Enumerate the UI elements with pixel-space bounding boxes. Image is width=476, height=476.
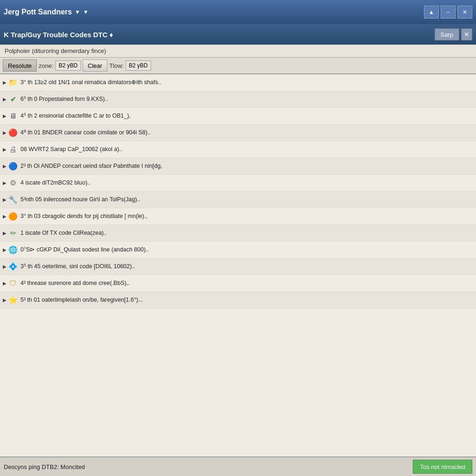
list-item-text: 4 iscate diT2mBC92 bluo).. xyxy=(20,179,473,186)
zone-value: B2 yBD xyxy=(55,60,81,71)
list-item[interactable]: ▶🔵2³ th Oi ANDEP concart ueind sfaor Pab… xyxy=(0,158,476,175)
pencil-icon: ✏ xyxy=(8,229,18,238)
status-right-button[interactable]: Tos not nimacled xyxy=(413,460,472,474)
list-item[interactable]: ▶🟠3° th 03 cbragolic dends for pij chist… xyxy=(0,208,476,225)
list-item-text: 3° th 03 cbragolic dends for pij chistli… xyxy=(20,212,473,220)
list-item-text: 2³ th Oi ANDEP concart ueind sfaor Pabnt… xyxy=(20,162,473,170)
list-item[interactable]: ▶✔6⁵ th 0 Propestained forn 9.KXS).. xyxy=(0,91,476,108)
expand-arrow-icon[interactable]: ▶ xyxy=(3,130,7,135)
title-bar-controls: ▲ – ✕ xyxy=(424,6,472,19)
check-icon: ✔ xyxy=(8,95,18,104)
expand-arrow-icon[interactable]: ▶ xyxy=(3,247,7,252)
monitor-icon: 🖥 xyxy=(8,112,18,121)
list-item-text: 5³nth 05 inilercosed houre Gir\l an TolP… xyxy=(20,196,473,203)
flow-label: Tlow: xyxy=(109,62,124,69)
list-item[interactable]: ▶🖨08 WVRT2 Sarap CaP_10062 (akol a).. xyxy=(0,141,476,158)
list-item-text: 08 WVRT2 Sarap CaP_10062 (akol a).. xyxy=(20,145,473,153)
toolbar: Resolute zone: B2 yBD Clear Tlow: B2 yBD xyxy=(0,58,476,74)
list-item[interactable]: ▶🖥4⁵ th 2 ensinorial cbactefilte C ar to… xyxy=(0,108,476,125)
list-item[interactable]: ▶⚙4 iscate diT2mBC92 bluo).. xyxy=(0,175,476,192)
list-item[interactable]: ▶🛡4² threase surenore atd dome cree(.BbS… xyxy=(0,275,476,292)
list-item[interactable]: ▶📁3° th 13≥2 old 1N/1 onal nimatica diml… xyxy=(0,74,476,91)
subtitle-bar: Polphoier (dituroring demerdary fince) xyxy=(0,45,476,58)
list-item[interactable]: ▶🌐0⁷S⊳ cGKP DiI_Qulast sodest line (anda… xyxy=(0,242,476,258)
minimize-button[interactable]: ▲ xyxy=(424,6,439,19)
clear-button[interactable]: Clear xyxy=(83,60,107,72)
main-window: Jerg Pott Sandners ▼ ▼ ▲ – ✕ K Trap/Guy … xyxy=(0,0,476,476)
title-bar-left: Jerg Pott Sandners ▼ ▼ xyxy=(4,8,88,16)
network-icon: 🔧 xyxy=(8,195,18,205)
tab-bar: K Trap/Guy Trouble Codes DTC ♦ Sarp ✕ xyxy=(0,24,476,45)
status-bar: Descyns ping DTB2: Moncited Tos not nima… xyxy=(0,456,476,476)
expand-arrow-icon[interactable]: ▶ xyxy=(3,113,7,119)
expand-arrow-icon[interactable]: ▶ xyxy=(3,97,7,102)
list-item-text: 1 iscate Of TX code CilRea(zea).. xyxy=(20,229,473,237)
title-bar: Jerg Pott Sandners ▼ ▼ ▲ – ✕ xyxy=(0,0,476,24)
tab-close-button[interactable]: ✕ xyxy=(461,28,472,40)
expand-arrow-icon[interactable]: ▶ xyxy=(3,197,7,202)
shield-icon: 🛡 xyxy=(8,279,18,288)
list-container[interactable]: ▶📁3° th 13≥2 old 1N/1 onal nimatica diml… xyxy=(0,74,476,456)
flow-value: B2 yBD xyxy=(126,60,151,71)
diamond-icon: 💠 xyxy=(8,262,18,271)
expand-arrow-icon[interactable]: ▶ xyxy=(3,180,7,185)
dropdown-arrow-2[interactable]: ▼ xyxy=(83,9,89,15)
zone-label: zone: xyxy=(39,62,53,69)
orange-circle-icon: 🟠 xyxy=(8,212,18,221)
gear-icon: ⚙ xyxy=(8,178,18,188)
expand-arrow-icon[interactable]: ▶ xyxy=(3,264,7,269)
tab-title[interactable]: K Trap/Guy Trouble Codes DTC ♦ xyxy=(4,31,113,39)
tab-left: K Trap/Guy Trouble Codes DTC ♦ xyxy=(4,31,113,39)
restore-button[interactable]: – xyxy=(441,6,456,19)
gray-monitor-icon: 🖨 xyxy=(8,145,18,154)
resolute-button[interactable]: Resolute xyxy=(3,60,37,72)
list-item-text: 4² threase surenore atd dome cree(.BbS),… xyxy=(20,279,473,287)
list-item-text: 5³ th 01 oaterlimplelash on/be, faregive… xyxy=(20,296,473,304)
list-item-text: 4⁸ th 01 BNDER canear code cimilate or 9… xyxy=(20,129,473,136)
expand-arrow-icon[interactable]: ▶ xyxy=(3,281,7,286)
list-item[interactable]: ▶⭐5³ th 01 oaterlimplelash on/be, faregi… xyxy=(0,292,476,309)
subtitle-text: Polphoier (dituroring demerdary fince) xyxy=(5,47,106,54)
expand-arrow-icon[interactable]: ▶ xyxy=(3,80,7,85)
list-item-text: 0⁷S⊳ cGKP DiI_Qulast sodest line (andach… xyxy=(20,246,473,253)
close-button[interactable]: ✕ xyxy=(457,6,472,19)
list-item[interactable]: ▶🔧5³nth 05 inilercosed houre Gir\l an To… xyxy=(0,192,476,208)
folder-icon: 📁 xyxy=(8,78,18,87)
list-item[interactable]: ▶💠3⁵ th 45 oeterlime, sinl code [DOI6L 1… xyxy=(0,258,476,275)
list-item[interactable]: ▶✏1 iscate Of TX code CilRea(zea).. xyxy=(0,225,476,242)
expand-arrow-icon[interactable]: ▶ xyxy=(3,231,7,236)
expand-arrow-icon[interactable]: ▶ xyxy=(3,147,7,152)
window-title: Jerg Pott Sandners xyxy=(4,8,72,16)
expand-arrow-icon[interactable]: ▶ xyxy=(3,298,7,303)
list-item-text: 4⁵ th 2 ensinorial cbactefilte C ar to O… xyxy=(20,112,473,119)
sarp-button[interactable]: Sarp xyxy=(435,28,459,40)
globe-icon: 🌐 xyxy=(8,245,18,255)
dropdown-arrow-1[interactable]: ▼ xyxy=(75,9,80,15)
expand-arrow-icon[interactable]: ▶ xyxy=(3,164,7,169)
tab-right: Sarp ✕ xyxy=(435,28,472,40)
list-item-text: 3° th 13≥2 old 1N/1 onal nimatica dimlat… xyxy=(20,79,473,86)
star-icon: ⭐ xyxy=(8,296,18,305)
red-circle-icon: 🔴 xyxy=(8,128,18,138)
status-left-text: Descyns ping DTB2: Moncited xyxy=(4,463,85,470)
content-area: ▶📁3° th 13≥2 old 1N/1 onal nimatica diml… xyxy=(0,74,476,456)
expand-arrow-icon[interactable]: ▶ xyxy=(3,214,7,219)
list-item-text: 6⁵ th 0 Propestained forn 9.KXS).. xyxy=(20,95,473,103)
list-item-text: 3⁵ th 45 oeterlime, sinl code [DOI6L 106… xyxy=(20,263,473,270)
list-item[interactable]: ▶🔴4⁸ th 01 BNDER canear code cimilate or… xyxy=(0,125,476,141)
blue-circle-icon: 🔵 xyxy=(8,162,18,171)
